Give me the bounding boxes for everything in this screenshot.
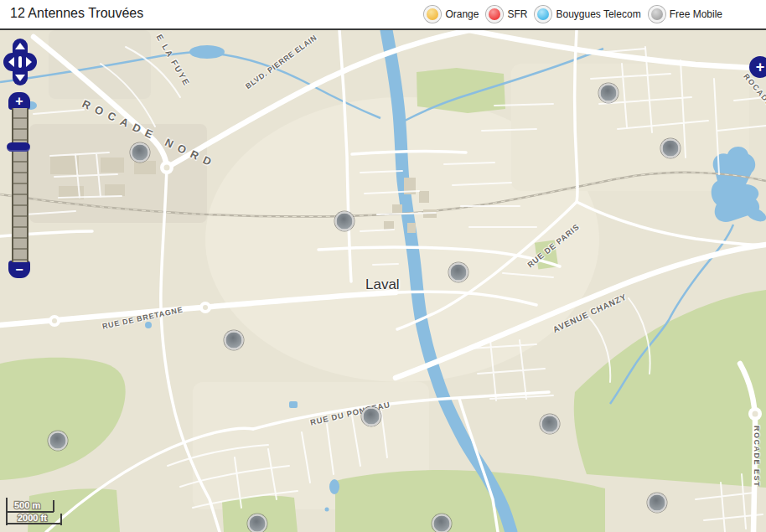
zoom-control: + − [8,92,32,278]
scale-bar: 500 m 2000 ft [2,493,94,531]
antenna-marker[interactable] [335,212,355,231]
pan-center-icon[interactable] [18,56,22,68]
zoom-slider-handle[interactable] [7,142,30,152]
legend-item-free: Free Mobile [649,6,722,23]
scale-metric-label: 500 m [14,500,40,510]
expand-control-button[interactable]: + [749,56,766,78]
antenna-marker[interactable] [432,514,452,532]
carrier-legend: Orange SFR Bouygues Telecom Free Mobile [424,0,722,28]
antenna-marker[interactable] [49,431,68,451]
legend-item-sfr: SFR [486,6,527,23]
bouygues-marker-icon [535,6,551,23]
antenna-marker[interactable] [362,407,381,426]
pan-control[interactable] [2,38,39,86]
scale-imperial-label: 2000 ft [18,513,47,523]
markers-layer [0,30,766,532]
map-controls: + − [2,38,40,278]
plus-icon: + [15,95,23,108]
header: 12 Antennes Trouvées Orange SFR Bouygues… [0,0,766,30]
map-viewport[interactable]: ROCADE NORDBLVD. PIERRE ELAINE LA FUYERU… [0,30,766,532]
page-title: 12 Antennes Trouvées [10,6,143,21]
zoom-in-button[interactable]: + [8,92,30,110]
sfr-marker-icon [486,6,503,23]
legend-item-orange: Orange [424,6,479,23]
antenna-marker[interactable] [648,493,667,513]
zoom-out-button[interactable]: − [8,261,30,278]
legend-item-bouygues: Bouygues Telecom [535,6,640,23]
zoom-slider-track[interactable] [12,108,28,262]
orange-marker-icon [424,6,441,23]
legend-label-bouygues: Bouygues Telecom [556,8,640,20]
legend-label-orange: Orange [445,8,479,20]
antenna-map-app: 12 Antennes Trouvées Orange SFR Bouygues… [0,0,766,532]
legend-label-free: Free Mobile [670,8,722,20]
antenna-marker[interactable] [131,143,150,163]
antenna-marker[interactable] [225,331,244,350]
minus-icon: − [15,263,23,276]
legend-label-sfr: SFR [507,8,527,20]
free-mobile-marker-icon [649,6,665,23]
antenna-marker[interactable] [661,139,681,158]
antenna-marker[interactable] [248,514,267,532]
antenna-marker[interactable] [449,263,468,282]
antenna-marker[interactable] [541,415,560,434]
plus-icon: + [756,59,765,76]
antenna-marker[interactable] [599,84,618,103]
